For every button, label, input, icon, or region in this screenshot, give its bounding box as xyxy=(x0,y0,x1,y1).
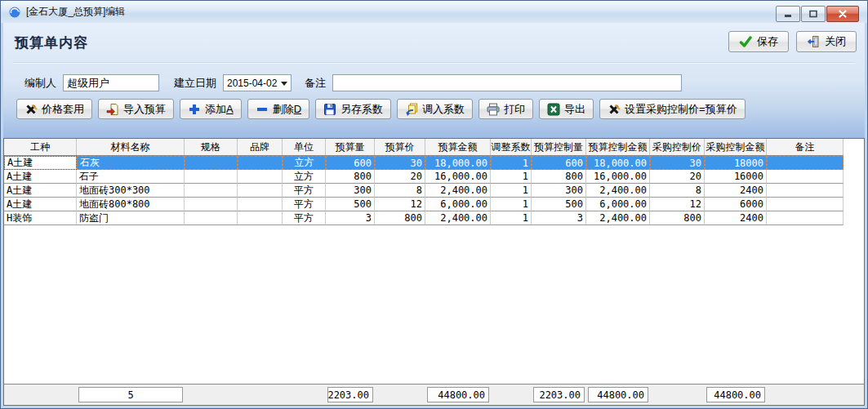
column-header-budget-qty[interactable]: 预算量 xyxy=(326,139,375,155)
cell-unit[interactable]: 平方 xyxy=(283,198,326,211)
cell-budget-price[interactable]: 20 xyxy=(375,170,425,184)
maximize-button[interactable] xyxy=(801,6,826,22)
cell-unit[interactable]: 平方 xyxy=(283,184,326,198)
creator-input[interactable] xyxy=(63,74,159,91)
cell-budget-price[interactable]: 30 xyxy=(375,156,425,170)
cell-material-name[interactable]: 石灰 xyxy=(77,156,185,170)
cell-remark[interactable] xyxy=(767,184,844,198)
column-header-budget-control-amount[interactable]: 预算控制金额 xyxy=(586,139,650,155)
load-coefficient-button[interactable]: 调入系数 xyxy=(397,99,473,119)
cell-purchase-control-price[interactable]: 20 xyxy=(650,170,705,184)
cell-purchase-control-amount[interactable]: 18000 xyxy=(705,156,767,170)
cell-purchase-control-price[interactable]: 30 xyxy=(650,156,705,170)
cell-adjust-factor[interactable]: 1 xyxy=(491,184,532,198)
column-header-remark[interactable]: 备注 xyxy=(767,139,844,155)
cell-budget-qty[interactable]: 300 xyxy=(326,184,375,198)
cell-budget-control-qty[interactable]: 300 xyxy=(532,184,586,198)
cell-remark[interactable] xyxy=(767,156,844,170)
date-combobox[interactable]: 2015-04-02 xyxy=(223,74,292,91)
save-button[interactable]: 保存 xyxy=(728,31,789,52)
cell-budget-control-qty[interactable]: 3 xyxy=(532,211,586,225)
cell-purchase-control-price[interactable]: 12 xyxy=(650,198,705,211)
cell-budget-control-amount[interactable]: 18,000.00 xyxy=(586,156,650,170)
cell-brand[interactable] xyxy=(238,184,283,198)
cell-material-name[interactable]: 地面砖300*300 xyxy=(77,184,185,198)
cell-budget-control-qty[interactable]: 600 xyxy=(532,156,586,170)
cell-purchase-control-price[interactable]: 8 xyxy=(650,184,705,198)
cell-work-type[interactable]: A土建 xyxy=(4,156,77,170)
cell-budget-control-amount[interactable]: 6,000.00 xyxy=(586,198,650,211)
column-header-budget-control-qty[interactable]: 预算控制量 xyxy=(532,139,586,155)
close-button[interactable]: 关闭 xyxy=(796,31,857,52)
cell-budget-control-amount[interactable]: 2,400.00 xyxy=(586,211,650,225)
cell-spec[interactable] xyxy=(185,211,238,225)
cell-budget-amount[interactable]: 2,400.00 xyxy=(425,211,491,225)
cell-work-type[interactable]: H装饰 xyxy=(4,211,77,225)
cell-material-name[interactable]: 防盗门 xyxy=(77,211,185,225)
column-header-purchase-control-price[interactable]: 采购控制价 xyxy=(650,139,705,155)
print-button[interactable]: 打印 xyxy=(479,99,533,119)
note-input[interactable] xyxy=(332,74,682,91)
column-header-material-name[interactable]: 材料名称 xyxy=(77,139,185,155)
cell-purchase-control-amount[interactable]: 16000 xyxy=(705,170,767,184)
delete-button[interactable]: 删除D xyxy=(247,99,309,119)
cell-budget-price[interactable]: 800 xyxy=(375,211,425,225)
column-header-brand[interactable]: 品牌 xyxy=(238,139,283,155)
column-header-unit[interactable]: 单位 xyxy=(283,139,326,155)
cell-purchase-control-amount[interactable]: 6000 xyxy=(705,198,767,211)
price-apply-button[interactable]: 价格套用 xyxy=(16,99,92,119)
cell-adjust-factor[interactable]: 1 xyxy=(491,211,532,225)
minimize-button[interactable] xyxy=(776,6,800,22)
column-header-work-type[interactable]: 工种 xyxy=(4,139,77,155)
column-header-spec[interactable]: 规格 xyxy=(185,139,238,155)
cell-budget-qty[interactable]: 600 xyxy=(326,156,375,170)
import-budget-button[interactable]: 导入预算 xyxy=(98,99,174,119)
cell-purchase-control-amount[interactable]: 2400 xyxy=(705,184,767,198)
cell-purchase-control-amount[interactable]: 2400 xyxy=(705,211,767,225)
cell-work-type[interactable]: A土建 xyxy=(4,184,77,198)
cell-remark[interactable] xyxy=(767,198,844,211)
cell-budget-price[interactable]: 8 xyxy=(375,184,425,198)
cell-spec[interactable] xyxy=(185,198,238,211)
cell-budget-amount[interactable]: 18,000.00 xyxy=(425,156,491,170)
cell-budget-price[interactable]: 12 xyxy=(375,198,425,211)
column-header-budget-price[interactable]: 预算价 xyxy=(375,139,425,155)
column-header-adjust-factor[interactable]: 调整系数 xyxy=(491,139,532,155)
cell-unit[interactable]: 立方 xyxy=(283,156,326,170)
cell-budget-control-amount[interactable]: 16,000.00 xyxy=(586,170,650,184)
cell-budget-control-amount[interactable]: 2,400.00 xyxy=(586,184,650,198)
column-header-budget-amount[interactable]: 预算金额 xyxy=(425,139,491,155)
cell-budget-qty[interactable]: 800 xyxy=(326,170,375,184)
cell-unit[interactable]: 立方 xyxy=(283,170,326,184)
cell-budget-control-qty[interactable]: 500 xyxy=(532,198,586,211)
export-button[interactable]: 导出 xyxy=(539,99,594,119)
cell-adjust-factor[interactable]: 1 xyxy=(491,198,532,211)
cell-adjust-factor[interactable]: 1 xyxy=(491,156,532,170)
add-button[interactable]: 添加A xyxy=(180,99,242,119)
cell-unit[interactable]: 平方 xyxy=(283,211,326,225)
cell-work-type[interactable]: A土建 xyxy=(4,198,77,211)
cell-work-type[interactable]: A土建 xyxy=(4,170,77,184)
close-window-button[interactable] xyxy=(826,6,859,22)
cell-budget-amount[interactable]: 2,400.00 xyxy=(425,184,491,198)
cell-remark[interactable] xyxy=(767,211,844,225)
cell-budget-amount[interactable]: 16,000.00 xyxy=(425,170,491,184)
cell-adjust-factor[interactable]: 1 xyxy=(491,170,532,184)
column-header-purchase-control-amount[interactable]: 采购控制金额 xyxy=(705,139,767,155)
cell-spec[interactable] xyxy=(185,156,238,170)
set-purchase-price-button[interactable]: 设置采购控制价=预算价 xyxy=(599,99,746,119)
cell-brand[interactable] xyxy=(238,170,283,184)
cell-brand[interactable] xyxy=(238,211,283,225)
cell-spec[interactable] xyxy=(185,184,238,198)
cell-material-name[interactable]: 石子 xyxy=(77,170,185,184)
cell-brand[interactable] xyxy=(238,156,283,170)
save-coefficient-button[interactable]: 另存系数 xyxy=(315,99,391,119)
cell-purchase-control-price[interactable]: 800 xyxy=(650,211,705,225)
cell-brand[interactable] xyxy=(238,198,283,211)
cell-budget-qty[interactable]: 3 xyxy=(326,211,375,225)
cell-remark[interactable] xyxy=(767,170,844,184)
cell-budget-control-qty[interactable]: 800 xyxy=(532,170,586,184)
cell-budget-amount[interactable]: 6,000.00 xyxy=(425,198,491,211)
cell-material-name[interactable]: 地面砖800*800 xyxy=(77,198,185,211)
cell-budget-qty[interactable]: 500 xyxy=(326,198,375,211)
